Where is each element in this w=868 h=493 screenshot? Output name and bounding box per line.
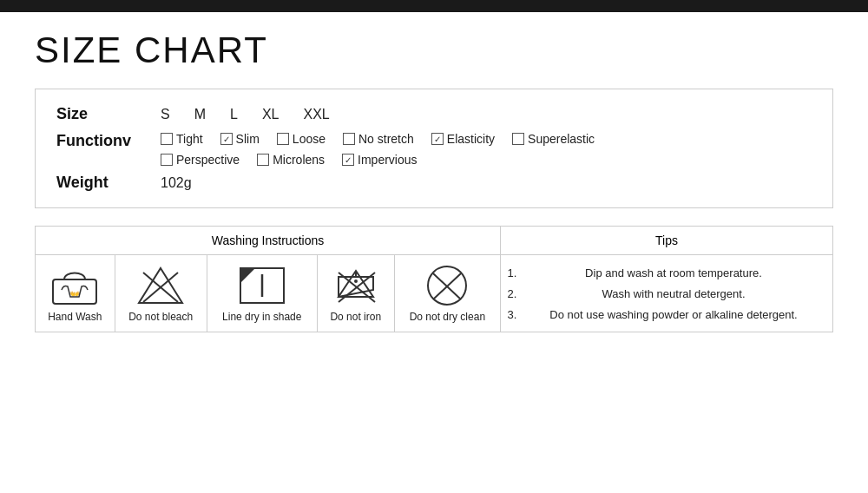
impervious-label: Impervious bbox=[358, 153, 417, 167]
function-no-stretch: No stretch bbox=[343, 132, 414, 146]
washing-instructions-header: Washing Instructions bbox=[36, 227, 501, 255]
no-stretch-label: No stretch bbox=[358, 132, 414, 146]
weight-label: Weight bbox=[56, 174, 161, 192]
do-not-iron-cell: Do not iron bbox=[317, 255, 394, 332]
function-loose: Loose bbox=[277, 132, 326, 146]
do-not-iron-label: Do not iron bbox=[330, 311, 381, 323]
tips-list: Dip and wash at room temperature. Wash w… bbox=[506, 264, 827, 325]
svg-text:👐: 👐 bbox=[69, 288, 81, 299]
top-bar bbox=[0, 0, 868, 12]
do-not-dry-clean-label: Do not dry clean bbox=[410, 311, 485, 323]
page-title: SIZE CHART bbox=[35, 30, 833, 71]
microlens-label: Microlens bbox=[273, 153, 325, 167]
checkbox-loose bbox=[277, 133, 289, 145]
tip-3: Do not use washing powder or alkaline de… bbox=[520, 306, 827, 325]
function-elasticity: ✓ Elasticity bbox=[431, 132, 495, 146]
do-not-dry-clean-cell: Do not dry clean bbox=[394, 255, 500, 332]
hand-wash-icon: 👐 bbox=[49, 264, 101, 307]
checkbox-superelastic bbox=[512, 133, 524, 145]
size-row: Size S M L XL XXL bbox=[56, 105, 812, 123]
line-dry-shade-label: Line dry in shade bbox=[222, 311, 301, 323]
washing-table: Washing Instructions Tips 👐 bbox=[35, 226, 833, 332]
do-not-dry-clean-icon-cell: Do not dry clean bbox=[400, 264, 495, 323]
line-dry-shade-icon bbox=[236, 264, 288, 307]
hand-wash-cell: 👐 Hand Wash bbox=[36, 255, 115, 332]
page-content: SIZE CHART Size S M L XL XXL Functionv bbox=[0, 12, 868, 350]
perspective-label: Perspective bbox=[176, 153, 240, 167]
function-impervious: ✓ Impervious bbox=[342, 153, 417, 167]
function-microlens: Microlens bbox=[257, 153, 325, 167]
size-l: L bbox=[230, 107, 238, 122]
hand-wash-icon-cell: 👐 Hand Wash bbox=[41, 264, 109, 323]
checkbox-slim: ✓ bbox=[220, 133, 233, 145]
function-tight: Tight bbox=[161, 132, 203, 146]
checkbox-perspective bbox=[161, 154, 173, 166]
tight-label: Tight bbox=[176, 132, 203, 146]
function-items-row1: Tight ✓ Slim Loose No stret bbox=[161, 132, 595, 146]
checkbox-impervious: ✓ bbox=[342, 154, 354, 166]
elasticity-label: Elasticity bbox=[447, 132, 495, 146]
hand-wash-label: Hand Wash bbox=[48, 311, 102, 323]
washing-icons-row: 👐 Hand Wash bbox=[36, 255, 833, 332]
tips-cell: Dip and wash at room temperature. Wash w… bbox=[501, 255, 833, 332]
weight-row: Weight 102g bbox=[56, 174, 812, 192]
size-chart-box: Size S M L XL XXL Functionv Tight bbox=[35, 89, 833, 208]
loose-label: Loose bbox=[293, 132, 326, 146]
size-m: M bbox=[194, 107, 206, 122]
slim-label: Slim bbox=[236, 132, 260, 146]
line-dry-shade-icon-cell: Line dry in shade bbox=[213, 264, 312, 323]
size-label: Size bbox=[56, 105, 161, 123]
size-values: S M L XL XXL bbox=[161, 107, 330, 122]
function-row: Functionv Tight ✓ Slim bbox=[56, 132, 812, 167]
tip-1: Dip and wash at room temperature. bbox=[520, 264, 827, 283]
line-dry-shade-cell: Line dry in shade bbox=[207, 255, 317, 332]
tips-header: Tips bbox=[501, 227, 833, 255]
function-superelastic: Superelastic bbox=[512, 132, 595, 146]
do-not-bleach-cell: Do not bleach bbox=[115, 255, 207, 332]
function-perspective: Perspective bbox=[161, 153, 240, 167]
checkbox-tight bbox=[161, 133, 173, 145]
size-xxl: XXL bbox=[303, 107, 329, 122]
size-s: S bbox=[161, 107, 170, 122]
do-not-iron-icon bbox=[330, 264, 382, 307]
checkbox-no-stretch bbox=[343, 133, 355, 145]
do-not-iron-icon-cell: Do not iron bbox=[323, 264, 389, 323]
function-slim: ✓ Slim bbox=[220, 132, 260, 146]
svg-point-15 bbox=[354, 279, 358, 283]
function-label: Functionv bbox=[56, 132, 161, 150]
size-xl: XL bbox=[262, 107, 279, 122]
do-not-bleach-icon bbox=[135, 264, 187, 307]
superelastic-label: Superelastic bbox=[528, 132, 595, 146]
tip-2: Wash with neutral detergent. bbox=[520, 285, 827, 304]
function-items-row2: Perspective Microlens ✓ Impervious bbox=[161, 153, 595, 167]
do-not-dry-clean-icon bbox=[421, 264, 473, 307]
weight-value: 102g bbox=[161, 175, 192, 191]
do-not-bleach-icon-cell: Do not bleach bbox=[121, 264, 201, 323]
checkbox-elasticity: ✓ bbox=[431, 133, 444, 145]
svg-marker-8 bbox=[240, 268, 255, 283]
checkbox-microlens bbox=[257, 154, 269, 166]
do-not-bleach-label: Do not bleach bbox=[128, 311, 193, 323]
